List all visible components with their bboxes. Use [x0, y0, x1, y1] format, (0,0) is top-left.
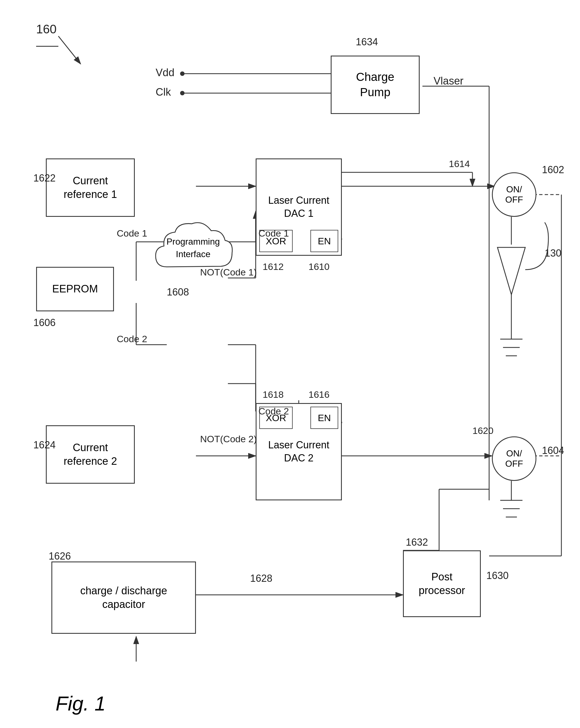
label-1626: 1626 — [49, 550, 71, 562]
label-1614: 1614 — [449, 158, 470, 169]
charge-discharge-box: charge / dischargecapacitor — [51, 562, 196, 634]
post-processor-box: Postprocessor — [403, 550, 481, 617]
figure-ref-160: 160 — [36, 22, 56, 36]
label-1610: 1610 — [309, 261, 329, 272]
label-1628: 1628 — [250, 573, 272, 584]
label-1624: 1624 — [33, 439, 56, 451]
label-1602: 1602 — [542, 164, 564, 176]
charge-discharge-label: charge / dischargecapacitor — [80, 584, 167, 612]
code2-dac2-label: Code 2 — [259, 406, 289, 417]
label-1634: 1634 — [356, 36, 378, 48]
label-1608: 1608 — [167, 286, 189, 298]
not-code2-label: NOT(Code 2) — [200, 434, 257, 444]
eeprom-label: EEPROM — [52, 282, 98, 296]
on-off-2-label: ON/OFF — [505, 448, 523, 469]
label-1612: 1612 — [263, 261, 284, 272]
code1-dac1-label: Code 1 — [259, 228, 289, 239]
svg-point-3 — [180, 72, 185, 76]
figure-ref-underline — [36, 46, 58, 47]
charge-pump-label: ChargePump — [356, 70, 394, 100]
en1-box: EN — [311, 230, 338, 252]
not-code1-label: NOT(Code 1) — [200, 267, 257, 278]
laser-dac1-box: Laser CurrentDAC 1 XOR EN — [256, 158, 342, 256]
laser-dac2-box: Laser CurrentDAC 2 XOR EN — [256, 403, 342, 500]
label-1630: 1630 — [486, 570, 508, 581]
svg-marker-15 — [498, 248, 525, 295]
vdd-label: Vdd — [156, 67, 175, 79]
on-off-1-label: ON/OFF — [505, 184, 523, 205]
label-1620: 1620 — [472, 425, 494, 436]
charge-pump-box: ChargePump — [331, 56, 420, 114]
clk-label: Clk — [156, 86, 171, 98]
en2-box: EN — [311, 407, 338, 429]
fig-label: Fig. 1 — [56, 692, 106, 715]
laser-dac2-label: Laser CurrentDAC 2 — [268, 439, 329, 465]
laser-dac1-label: Laser CurrentDAC 1 — [268, 194, 329, 220]
label-1616: 1616 — [309, 389, 329, 400]
code2-eeprom-label: Code 2 — [117, 334, 147, 344]
label-1622: 1622 — [33, 172, 56, 184]
current-ref1-label: Currentreference 1 — [64, 174, 117, 202]
svg-point-5 — [180, 91, 185, 95]
eeprom-box: EEPROM — [36, 267, 114, 311]
current-ref2-label: Currentreference 2 — [64, 441, 117, 468]
svg-text:Interface: Interface — [176, 249, 211, 259]
circle-on-off-1: ON/OFF — [492, 172, 536, 217]
vlaser-label: Vlaser — [433, 75, 464, 87]
circle-on-off-2: ON/OFF — [492, 436, 536, 481]
label-1618: 1618 — [263, 389, 284, 400]
post-processor-label: Postprocessor — [419, 570, 465, 598]
current-ref2-box: Currentreference 2 — [46, 425, 135, 484]
code1-eeprom-label: Code 1 — [117, 228, 147, 239]
label-1606: 1606 — [33, 317, 56, 329]
current-ref1-box: Currentreference 1 — [46, 158, 135, 217]
svg-line-51 — [58, 36, 81, 64]
label-130: 130 — [545, 248, 561, 259]
label-1604: 1604 — [542, 445, 564, 457]
svg-text:Programming: Programming — [166, 237, 220, 246]
label-1632: 1632 — [406, 537, 428, 548]
